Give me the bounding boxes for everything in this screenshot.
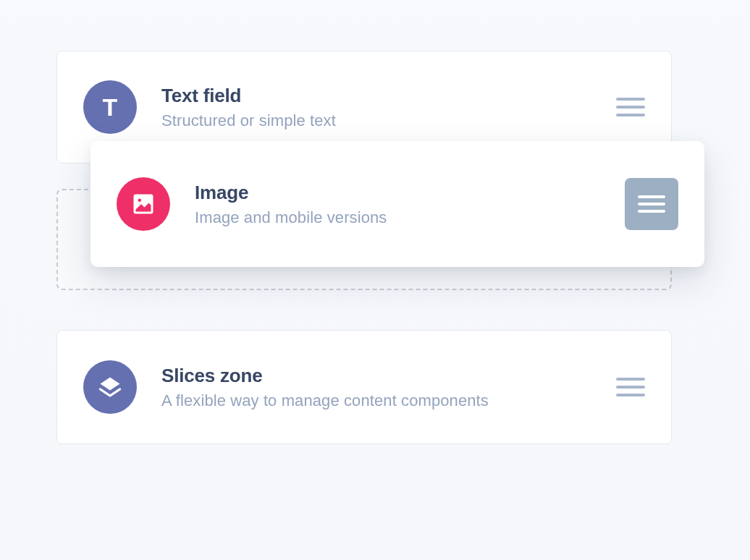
drag-handle-icon[interactable]: [625, 178, 678, 230]
drag-handle-icon[interactable]: [616, 98, 645, 116]
field-subtitle: Structured or simple text: [161, 111, 616, 130]
field-card-slices[interactable]: Slices zone A flexible way to manage con…: [56, 330, 672, 444]
field-title: Image: [195, 182, 625, 204]
field-title: Slices zone: [161, 365, 616, 387]
text-icon: T: [83, 80, 137, 134]
svg-point-1: [138, 199, 142, 203]
field-card-image-content: Image Image and mobile versions: [195, 182, 625, 227]
text-icon-letter: T: [103, 93, 118, 122]
drag-handle-icon[interactable]: [616, 378, 645, 396]
field-subtitle: A flexible way to manage content compone…: [161, 391, 616, 410]
layers-icon: [83, 360, 137, 414]
field-card-text-content: Text field Structured or simple text: [161, 85, 616, 130]
field-title: Text field: [161, 85, 616, 107]
field-card-image[interactable]: Image Image and mobile versions: [90, 141, 704, 267]
field-subtitle: Image and mobile versions: [195, 208, 625, 227]
image-icon: [117, 177, 170, 231]
field-card-slices-content: Slices zone A flexible way to manage con…: [161, 365, 616, 410]
